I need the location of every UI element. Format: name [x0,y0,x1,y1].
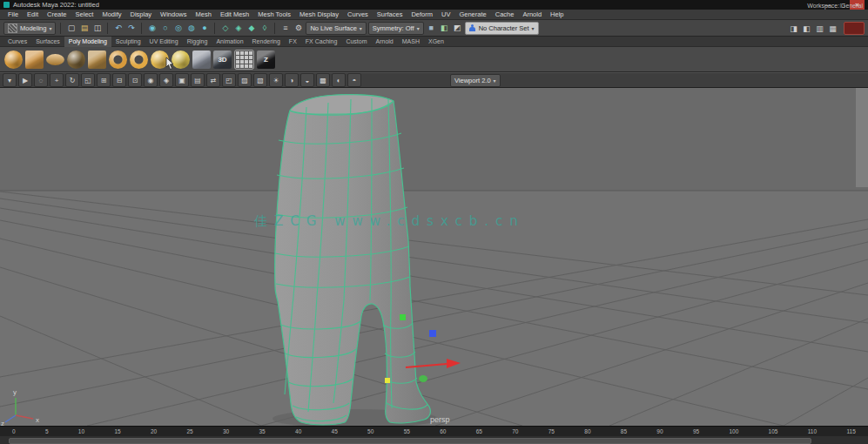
menu-item[interactable]: Mesh Tools [253,10,295,18]
snap-plane-icon[interactable]: ◊ [259,23,270,34]
snap-curve-toggle-icon[interactable]: ⊟ [112,73,126,87]
menu-item[interactable]: Edit Mesh [216,10,253,18]
poly-cube-tool[interactable] [25,50,44,69]
poly-cone-tool[interactable] [67,50,85,69]
shelf-tab[interactable]: Sculpting [111,37,145,47]
menu-item[interactable]: Help [546,10,568,18]
isolate-select-icon[interactable]: ◰ [222,73,236,87]
ambient-occlusion-icon[interactable]: ◒ [300,73,314,87]
shelf-tab[interactable]: Rendering [248,37,285,47]
live-surface-selector[interactable]: No Live Surface ▾ [306,22,366,35]
ipr-render-icon[interactable]: ◧ [439,23,450,34]
workspace-selector[interactable]: Workspace: General [807,0,863,10]
shelf-tab[interactable]: Rigging [183,37,212,47]
menu-item[interactable]: Display [126,10,157,18]
xray-icon[interactable]: ▨ [238,73,252,87]
bookmark-icon[interactable]: ▣ [175,73,189,87]
shelf-tab[interactable]: MASH [398,37,424,47]
shelf-tab[interactable]: Poly Modeling [64,37,111,47]
select-preset-icon[interactable]: ● [198,23,210,34]
pan-zoom-icon[interactable]: ⇄ [206,73,220,87]
menu-item[interactable]: Windows [156,10,191,18]
history-icon[interactable]: ≡ [279,23,291,34]
menu-item[interactable]: Modify [98,10,125,18]
shelf-tab[interactable]: FX [285,37,301,47]
snap-grid-toggle-icon[interactable]: ⊞ [97,73,111,87]
poly-disc-tool[interactable] [130,50,148,69]
viewport-canvas[interactable]: 佳ZCG www.cdsxcb.cn persp y x z [0,88,868,426]
shelf-tab[interactable]: Curves [3,37,31,47]
time-slider[interactable]: 0510152025303540455055606570758085909510… [0,426,868,436]
menu-item[interactable]: Mesh [192,10,216,18]
move-tool-icon[interactable]: + [50,73,64,87]
status-icon[interactable] [214,23,215,34]
status-icon[interactable] [141,23,142,34]
select-hierarchy-icon[interactable]: ◉ [146,23,158,34]
image-plane-icon[interactable]: ▤ [191,73,205,87]
menu-item[interactable]: Arnold [518,10,546,18]
menu-set-selector[interactable]: Modeling ▾ [3,22,56,35]
renderer-selector[interactable]: Viewport 2.0 ▾ [450,74,501,87]
modeling-toolkit-toggle-icon[interactable]: ▦ [827,23,838,34]
menu-item[interactable]: File [3,10,23,18]
antialiasing-icon[interactable]: ▩ [316,73,330,87]
status-icon[interactable] [107,23,108,34]
shelf-tab[interactable]: Surfaces [31,37,64,47]
save-scene-icon[interactable]: ◫ [91,23,103,34]
channel-box-toggle-icon[interactable]: ▥ [814,23,825,34]
table-grid-tool[interactable] [234,50,254,70]
menu-item[interactable]: Surfaces [373,10,407,18]
menu-item[interactable]: Mesh Display [295,10,343,18]
shelf-tab[interactable]: UV Editing [145,37,183,47]
manipulator-center-handle[interactable] [385,378,390,383]
shadows-icon[interactable]: ◑ [285,73,299,87]
menu-item[interactable]: UV [437,10,454,18]
menu-item[interactable]: Deform [407,10,437,18]
character-set-selector[interactable]: No Character Set ▾ [465,22,539,35]
poly-plane-tool[interactable] [88,50,106,69]
range-slider[interactable] [0,436,868,444]
menu-item[interactable]: Generate [454,10,490,18]
snap-grid-icon[interactable]: ◇ [219,23,231,34]
shelf-tab[interactable]: Custom [341,37,371,47]
poly-sphere-tool[interactable] [4,50,23,69]
type-3d-tool[interactable]: 3D [213,50,232,69]
snap-point-toggle-icon[interactable]: ⊡ [128,73,142,87]
render-settings-icon[interactable]: ◩ [452,23,463,34]
status-icon[interactable] [274,23,275,34]
snap-point-icon[interactable]: ◆ [246,23,257,34]
render-frame-icon[interactable]: ■ [426,23,437,34]
menu-item[interactable]: Select [71,10,98,18]
default-lighting-icon[interactable]: ☀ [269,73,283,87]
construction-history-icon[interactable]: ⚙ [293,23,304,34]
tool-settings-toggle-icon[interactable]: ◧ [801,23,812,34]
select-tool-icon[interactable]: ▶ [18,73,32,87]
open-scene-icon[interactable]: ▤ [78,23,90,34]
shelf-tab[interactable]: FX Caching [301,37,342,47]
select-highlight-icon[interactable]: ◍ [185,23,197,34]
manipulator-y-handle[interactable] [400,314,406,320]
undo-icon[interactable]: ↶ [112,23,124,34]
symmetry-selector[interactable]: Symmetry: Off ▾ [368,22,424,35]
menu-item[interactable]: Cache [491,10,519,18]
viewport-panel[interactable]: 佳ZCG www.cdsxcb.cn persp y x z [0,88,868,426]
range-slider-bar[interactable] [9,438,811,444]
sculpt-mesh-tool[interactable] [192,50,211,69]
poly-torus-tool[interactable] [109,50,127,69]
attribute-editor-toggle-icon[interactable]: ◨ [788,23,799,34]
redo-icon[interactable]: ↷ [125,23,137,34]
select-component-icon[interactable]: ◎ [172,23,184,34]
shelf-tab[interactable]: XGen [424,37,448,47]
rotate-tool-icon[interactable]: ↻ [65,73,79,87]
scale-tool-icon[interactable]: ◱ [81,73,95,87]
manipulator-plane-handle[interactable] [419,375,427,382]
select-object-icon[interactable]: ○ [159,23,171,34]
motion-blur-icon[interactable]: ◓ [347,73,361,87]
snap-curve-icon[interactable]: ◈ [232,23,244,34]
menu-item[interactable]: Edit [23,10,43,18]
manipulator-z-handle[interactable] [429,330,436,337]
new-scene-icon[interactable]: ▢ [65,23,77,34]
menu-item[interactable]: Curves [343,10,373,18]
camera-lock-icon[interactable]: ◈ [159,73,173,87]
lasso-tool-icon[interactable]: ◌ [34,73,48,87]
